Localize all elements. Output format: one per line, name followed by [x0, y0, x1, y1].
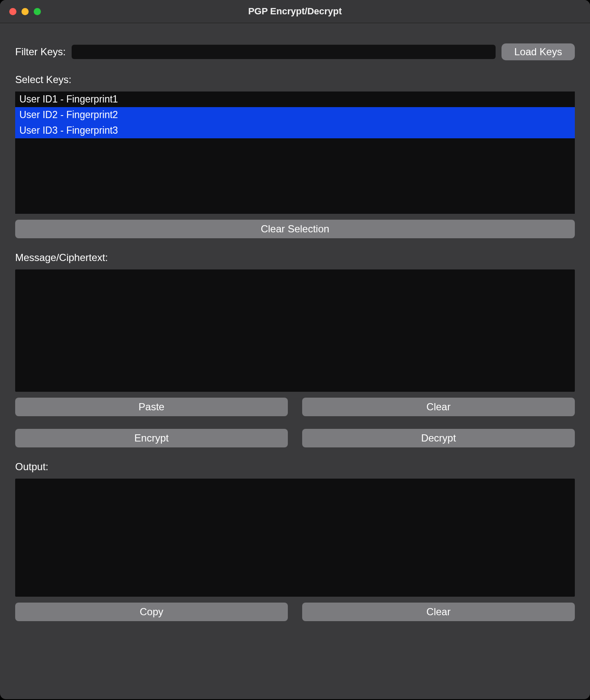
select-keys-section: Select Keys: User ID1 - Fingerprint1User…: [15, 74, 575, 238]
key-list-item[interactable]: User ID1 - Fingerprint1: [15, 92, 575, 107]
paste-button[interactable]: Paste: [15, 398, 288, 416]
app-window: PGP Encrypt/Decrypt Filter Keys: Load Ke…: [0, 0, 590, 699]
load-keys-button[interactable]: Load Keys: [502, 43, 575, 60]
filter-keys-input[interactable]: [72, 45, 496, 59]
output-section: Output: Copy Clear: [15, 461, 575, 621]
filter-row: Filter Keys: Load Keys: [15, 43, 575, 60]
clear-selection-button[interactable]: Clear Selection: [15, 220, 575, 238]
decrypt-button[interactable]: Decrypt: [302, 429, 575, 447]
filter-label: Filter Keys:: [15, 46, 66, 58]
content: Filter Keys: Load Keys Select Keys: User…: [0, 23, 590, 699]
copy-button[interactable]: Copy: [15, 603, 288, 621]
clear-message-button[interactable]: Clear: [302, 398, 575, 416]
minimize-icon[interactable]: [21, 8, 29, 15]
key-list-item[interactable]: User ID3 - Fingerprint3: [15, 123, 575, 138]
select-keys-label: Select Keys:: [15, 74, 575, 86]
close-icon[interactable]: [9, 8, 16, 15]
key-list-item[interactable]: User ID2 - Fingerprint2: [15, 107, 575, 123]
message-section: Message/Ciphertext: Paste Clear Encrypt …: [15, 252, 575, 447]
output-button-row: Copy Clear: [15, 603, 575, 621]
output-textarea[interactable]: [15, 479, 575, 597]
key-listbox[interactable]: User ID1 - Fingerprint1User ID2 - Finger…: [15, 92, 575, 214]
output-label: Output:: [15, 461, 575, 473]
traffic-lights: [9, 8, 41, 15]
clear-output-button[interactable]: Clear: [302, 603, 575, 621]
message-label: Message/Ciphertext:: [15, 252, 575, 264]
maximize-icon[interactable]: [34, 8, 41, 15]
encrypt-button[interactable]: Encrypt: [15, 429, 288, 447]
message-textarea[interactable]: [15, 269, 575, 392]
titlebar: PGP Encrypt/Decrypt: [0, 0, 590, 23]
window-title: PGP Encrypt/Decrypt: [0, 6, 590, 17]
message-button-row-2: Encrypt Decrypt: [15, 429, 575, 447]
message-button-row-1: Paste Clear: [15, 398, 575, 416]
